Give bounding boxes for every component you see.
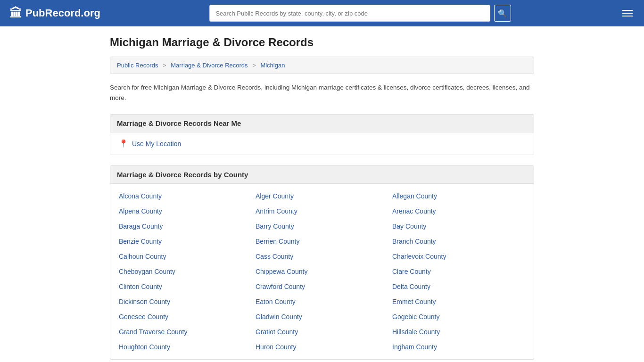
county-link[interactable]: Huron County [254, 339, 390, 354]
county-link[interactable]: Eaton County [254, 294, 390, 309]
county-link[interactable]: Crawford County [254, 279, 390, 294]
county-link[interactable]: Alpena County [117, 204, 254, 219]
county-link[interactable]: Gogebic County [390, 309, 527, 324]
county-link[interactable]: Ingham County [390, 339, 527, 354]
county-link[interactable]: Clare County [390, 264, 527, 279]
main-content: Michigan Marriage & Divorce Records Publ… [100, 26, 544, 362]
search-input[interactable] [209, 5, 490, 22]
county-link[interactable]: Dickinson County [117, 294, 254, 309]
breadcrumb-sep-2: > [252, 62, 256, 69]
county-link[interactable]: Benzie County [117, 234, 254, 249]
county-link[interactable]: Delta County [390, 279, 527, 294]
county-link[interactable]: Barry County [254, 219, 390, 234]
by-county-section: Marriage & Divorce Records by County Alc… [110, 165, 534, 360]
by-county-header: Marriage & Divorce Records by County [110, 166, 534, 184]
near-me-body: 📍 Use My Location [110, 132, 534, 155]
county-link[interactable]: Gratiot County [254, 324, 390, 339]
logo-icon: 🏛 [9, 6, 22, 21]
site-logo[interactable]: 🏛 PubRecord.org [9, 6, 100, 21]
county-link[interactable]: Antrim County [254, 204, 390, 219]
breadcrumb-marriage-divorce[interactable]: Marriage & Divorce Records [171, 62, 248, 69]
site-header: 🏛 PubRecord.org 🔍 [0, 0, 644, 26]
use-location-label: Use My Location [132, 140, 181, 148]
page-title: Michigan Marriage & Divorce Records [110, 36, 534, 49]
menu-line-3 [622, 16, 633, 16]
page-description: Search for free Michigan Marriage & Divo… [110, 82, 534, 103]
breadcrumb: Public Records > Marriage & Divorce Reco… [110, 57, 534, 74]
breadcrumb-public-records[interactable]: Public Records [117, 62, 158, 69]
county-link[interactable]: Houghton County [117, 339, 254, 354]
county-link[interactable]: Arenac County [390, 204, 527, 219]
near-me-header: Marriage & Divorce Records Near Me [110, 115, 534, 132]
county-link[interactable]: Grand Traverse County [117, 324, 254, 339]
county-grid: Alcona CountyAlger CountyAllegan CountyA… [110, 184, 534, 359]
near-me-section: Marriage & Divorce Records Near Me 📍 Use… [110, 114, 534, 155]
county-link[interactable]: Clinton County [117, 279, 254, 294]
county-link[interactable]: Hillsdale County [390, 324, 527, 339]
hamburger-menu-button[interactable] [620, 8, 635, 18]
breadcrumb-sep-1: > [163, 62, 166, 69]
county-link[interactable]: Cass County [254, 249, 390, 264]
county-link[interactable]: Branch County [390, 234, 527, 249]
county-link[interactable]: Baraga County [117, 219, 254, 234]
county-link[interactable]: Calhoun County [117, 249, 254, 264]
county-link[interactable]: Emmet County [390, 294, 527, 309]
county-link[interactable]: Charlevoix County [390, 249, 527, 264]
location-icon: 📍 [119, 139, 128, 148]
county-link[interactable]: Alcona County [117, 189, 254, 204]
county-link[interactable]: Cheboygan County [117, 264, 254, 279]
menu-line-2 [622, 13, 633, 14]
county-link[interactable]: Berrien County [254, 234, 390, 249]
logo-text: PubRecord.org [25, 7, 100, 19]
county-link[interactable]: Alger County [254, 189, 390, 204]
county-link[interactable]: Gladwin County [254, 309, 390, 324]
use-my-location-button[interactable]: 📍 Use My Location [119, 139, 181, 148]
breadcrumb-michigan[interactable]: Michigan [260, 62, 285, 69]
menu-line-1 [622, 10, 633, 11]
search-button[interactable]: 🔍 [494, 5, 511, 22]
county-link[interactable]: Chippewa County [254, 264, 390, 279]
county-link[interactable]: Bay County [390, 219, 527, 234]
search-area: 🔍 [209, 5, 511, 22]
county-link[interactable]: Genesee County [117, 309, 254, 324]
county-link[interactable]: Allegan County [390, 189, 527, 204]
search-icon: 🔍 [498, 9, 507, 18]
